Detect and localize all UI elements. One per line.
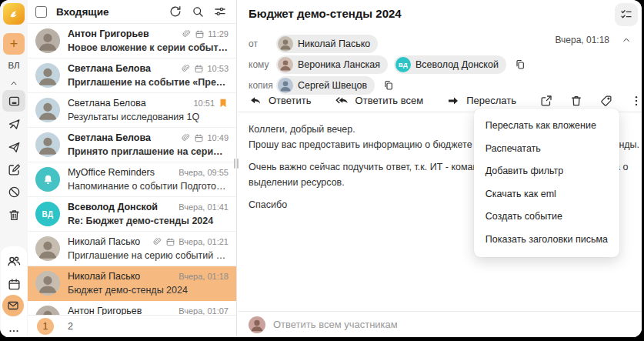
app-switcher [1,246,27,337]
menu-item-forward-as-attachment[interactable]: Переслать как вложение [474,115,619,138]
email-list-row[interactable]: MyOffice Reminders Вчера, 09:55 Напомина… [28,162,236,197]
email-subject: Re: Бюджет демо-стенды 2024 [68,216,229,226]
recipient-name: Всеволод Донской [415,59,499,70]
email-list-row[interactable]: Светлана Белова 10:53 Приглашение на соб… [28,59,236,93]
folder-title: Входящие [56,6,108,18]
message-date: Вчера, 01:18 [555,35,609,45]
sidebar-item-spam[interactable] [2,181,25,202]
delete-message-icon[interactable] [569,94,583,108]
copy-recipients-icon[interactable] [514,59,526,71]
email-list-panel: Входящие Антон Григорьев [28,0,237,337]
email-time: 10:51 [193,99,215,108]
quick-reply-bar[interactable]: Ответить всем участникам [238,311,642,337]
email-subject: Новое вложение к серии событий «Аналити.… [68,42,229,53]
page-button-2[interactable]: 2 [68,321,73,332]
email-subject: Напоминание о событии Подготовить отчет.… [68,181,229,192]
sender-name: Николай Пасько [68,271,175,282]
menu-item-create-event[interactable]: Создать событие [474,206,619,229]
email-time: 10:49 [207,133,229,142]
sender-name: Светлана Белова [68,132,178,143]
email-list-row[interactable]: Николай Пасько Вчера, 01:18 Бюджет демо-… [28,266,236,301]
from-row: от Николай Пасько [249,34,378,54]
avatar [35,132,60,157]
email-list-row[interactable]: Антон Григорьев 11:29 Новое вложение к с… [28,24,236,59]
event-icon [194,64,204,74]
event-icon [195,29,205,39]
from-chip[interactable]: Николай Пасько [276,35,378,53]
reply-button[interactable]: Ответить [249,94,312,108]
quick-reply-placeholder: Ответить всем участникам [273,319,398,330]
attachment-icon [181,64,191,74]
page-button-1[interactable]: 1 [37,318,54,335]
reading-pane: Бюджет демо-стенды 2024 от Николай Паськ… [238,0,642,337]
more-apps-icon[interactable] [2,320,25,337]
collapse-message-chevron-icon[interactable] [621,35,632,45]
compose-new-button[interactable]: + [3,33,25,55]
app-logo-icon [3,3,25,25]
more-actions-kebab-icon[interactable] [629,94,642,108]
sender-name: Николай Пасько [68,236,149,247]
email-list-row[interactable]: Светлана Белова 10:49 Принято приглашени… [28,128,236,162]
avatar [35,236,60,261]
recipient-chip[interactable]: ВД Всеволод Донской [394,55,506,74]
attachment-icon [182,29,192,39]
reply-all-button[interactable]: Ответить всем [335,94,424,108]
sidebar-item-inbox[interactable] [2,90,25,112]
attachment-icon [181,133,191,143]
from-label: от [249,38,276,49]
message-date-row: Вчера, 01:18 [555,35,632,45]
menu-item-show-headers[interactable]: Показать заголовки письма [474,229,619,252]
refresh-icon[interactable] [169,5,182,18]
email-time: Вчера, 01:41 [179,202,229,212]
menu-item-print[interactable]: Распечатать [474,138,619,161]
recipient-chip[interactable]: Вероника Ланская [276,55,388,74]
email-list-row[interactable]: Николай Пасько Вчера, 01:21 Приглашение … [28,232,236,266]
sidebar-item-trash[interactable] [2,204,25,226]
forward-button[interactable]: Переслать [446,94,516,108]
user-avatar-initials[interactable]: ВЛ [0,61,28,70]
email-time: 11:29 [208,29,229,38]
email-list-row[interactable]: Светлана Белова 10:51 Результаты исследо… [28,93,236,128]
pane-resize-handle[interactable] [234,159,239,169]
email-time: Вчера, 01:18 [179,272,229,281]
email-list: Антон Григорьев 11:29 Новое вложение к с… [28,24,236,316]
sender-name: Антон Григорьев [68,28,179,39]
email-subject: Приглашение на событие «Предварительно..… [68,77,229,88]
email-time: Вчера, 01:21 [179,237,229,246]
email-subject: Результаты исследования 1Q [68,112,229,122]
sidebar-item-outbox[interactable] [2,113,25,135]
from-name: Николай Пасько [298,38,370,49]
avatar [35,167,60,192]
sidebar-item-drafts[interactable] [2,159,25,180]
contacts-app-icon[interactable] [2,250,25,272]
avatar [35,63,60,88]
tasks-panel-toggle-button[interactable] [615,3,638,26]
email-subject: Принято приглашение на серию событий «..… [68,146,229,157]
search-icon[interactable] [191,5,205,18]
to-row: кому Вероника Ланская ВД Всеволод Донско… [249,55,526,75]
avatar [35,28,60,53]
email-subject: Приглашение на серию событий «Демо стен.… [68,250,229,261]
message-context-menu: Переслать как вложение Распечатать Добав… [474,109,619,257]
sender-name: MyOffice Reminders [68,167,175,178]
calendar-app-icon[interactable] [2,273,25,295]
email-list-row[interactable]: Антон Григорьев Вчера, 01:07 [28,301,236,316]
event-icon [165,237,175,247]
menu-item-download-eml[interactable]: Скачать как eml [474,183,619,206]
select-all-checkbox[interactable] [35,6,47,18]
recipient-name: Вероника Ланская [298,59,380,70]
avatar: ВД [35,202,60,226]
sender-name: Светлана Белова [68,63,178,74]
mail-app-icon[interactable] [2,295,24,316]
avatar [278,36,293,52]
filter-sliders-icon[interactable] [213,5,227,18]
menu-item-add-filter[interactable]: Добавить фильтр [474,160,619,183]
open-in-new-window-icon[interactable] [539,94,553,108]
current-user-avatar [249,316,265,333]
pagination: 1 2 [28,315,236,337]
avatar [35,98,60,122]
tag-label-icon[interactable] [599,94,613,108]
sidebar-item-sent[interactable] [2,136,25,158]
email-list-row[interactable]: ВД Всеволод Донской Вчера, 01:41 [28,197,236,232]
avatar [35,271,60,296]
